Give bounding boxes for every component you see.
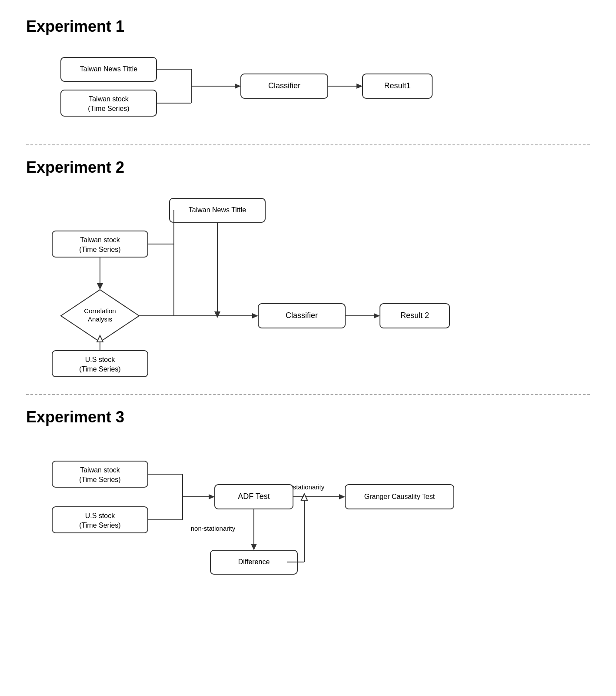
svg-rect-23: [52, 507, 148, 533]
svg-rect-13: [52, 351, 148, 377]
experiment3-diagram: Taiwan stock (Time Series) U.S stock (Ti…: [26, 439, 504, 605]
taiwan-stock-label-line1: Taiwan stock: [89, 95, 129, 103]
exp3-us-stock-line2: (Time Series): [79, 522, 120, 529]
taiwan-stock-label-line2: (Time Series): [88, 105, 129, 112]
experiment3-section: Experiment 3 Taiwan stock (Time Series) …: [26, 408, 590, 605]
difference-label: Difference: [238, 558, 270, 566]
exp3-us-stock-line1: U.S stock: [85, 512, 115, 519]
arrow-to-granger: [339, 494, 345, 499]
svg-rect-10: [52, 231, 148, 257]
separator1: [26, 144, 590, 145]
granger-label: Granger Causality Test: [364, 493, 435, 500]
exp2-taiwan-news-label: Taiwan News Tittle: [189, 206, 246, 214]
experiment1-title: Experiment 1: [26, 17, 590, 36]
separator2: [26, 394, 590, 395]
result2-label: Result 2: [400, 311, 429, 320]
svg-rect-1: [61, 90, 156, 116]
arrow-to-classifier2: [252, 313, 258, 318]
experiment3-title: Experiment 3: [26, 408, 590, 426]
classifier1-label: Classifier: [268, 81, 300, 90]
non-stationarity-label: non-stationarity: [191, 525, 236, 532]
exp2-us-stock-line2: (Time Series): [79, 365, 120, 373]
classifier2-label: Classifier: [286, 311, 318, 320]
arrow1: [235, 84, 241, 89]
correlation-line2: Analysis: [88, 315, 112, 323]
arrow-to-result2: [374, 313, 380, 318]
svg-rect-22: [52, 461, 148, 487]
arrow-to-difference: [251, 544, 257, 550]
arrow-to-adf: [209, 494, 215, 499]
correlation-line1: Correlation: [84, 307, 116, 315]
experiment1-diagram: Taiwan News Tittle Taiwan stock (Time Se…: [26, 49, 504, 127]
arrow-down1: [97, 283, 103, 290]
exp2-taiwan-stock-line1: Taiwan stock: [80, 236, 120, 244]
experiment2-title: Experiment 2: [26, 158, 590, 177]
experiment2-diagram: Taiwan News Tittle Taiwan stock (Time Se…: [26, 190, 504, 377]
exp2-taiwan-stock-line2: (Time Series): [79, 246, 120, 253]
taiwan-news-label: Taiwan News Tittle: [80, 65, 138, 73]
result1-label: Result1: [384, 81, 410, 90]
arrow2: [356, 84, 363, 89]
adf-test-label: ADF Test: [238, 492, 270, 501]
arrow-down-news: [214, 311, 220, 318]
stationarity-label: stationarity: [293, 483, 325, 491]
experiment1-section: Experiment 1 Taiwan News Tittle Taiwan s…: [26, 17, 590, 127]
exp3-taiwan-stock-line1: Taiwan stock: [80, 466, 120, 474]
exp3-taiwan-stock-line2: (Time Series): [79, 476, 120, 483]
exp2-us-stock-line1: U.S stock: [85, 356, 115, 363]
experiment2-section: Experiment 2 Taiwan News Tittle Taiwan s…: [26, 158, 590, 377]
